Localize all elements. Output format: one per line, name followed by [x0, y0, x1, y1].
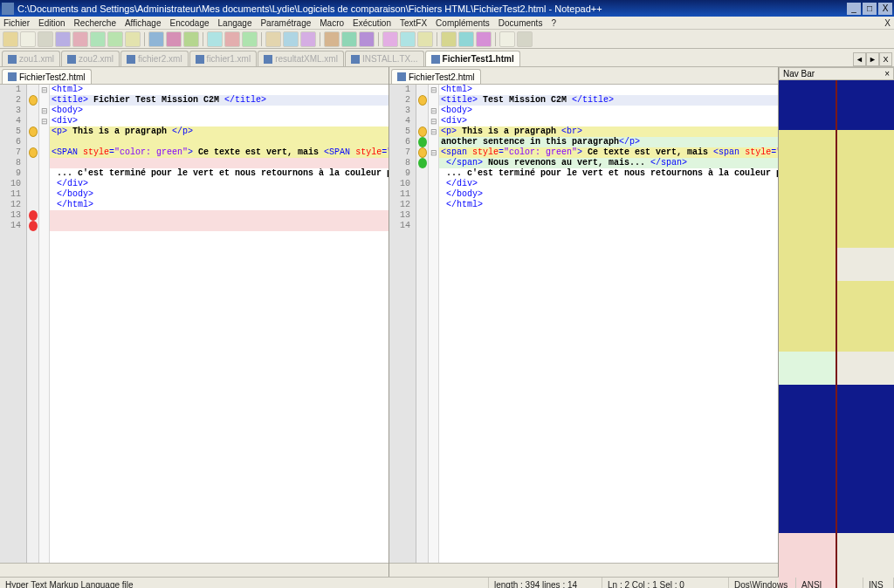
menu-item-langage[interactable]: Langage: [218, 18, 252, 28]
code-line[interactable]: <title> Test Mission C2M </title>: [439, 95, 778, 106]
fold-toggle-icon[interactable]: ⊟: [429, 85, 438, 95]
toolbar-button-19[interactable]: [300, 31, 316, 47]
code-line[interactable]: [439, 210, 778, 221]
menu-item-affichage[interactable]: Affichage: [125, 18, 162, 28]
toolbar-button-11[interactable]: [183, 31, 199, 47]
code-line[interactable]: <html>: [50, 85, 389, 95]
nav-diff-block[interactable]: [779, 297, 836, 352]
code-line[interactable]: another sentence in this paragraph</p>: [439, 137, 778, 147]
toolbar-button-0[interactable]: [3, 31, 18, 47]
toolbar-button-13[interactable]: [207, 31, 223, 47]
tab-zou1-xml[interactable]: zou1.xml: [2, 51, 60, 66]
left-pane-tab[interactable]: FichierTest2.html: [2, 69, 92, 84]
window-minimize-button[interactable]: _: [847, 3, 861, 15]
toolbar-button-18[interactable]: [283, 31, 299, 47]
menu-item-compléments[interactable]: Compléments: [436, 18, 490, 28]
code-area[interactable]: <html><title> Fichier Test Mission C2M <…: [50, 85, 389, 563]
toolbar-button-3[interactable]: [55, 31, 71, 47]
code-line[interactable]: <p> This is a pragraph </p>: [50, 126, 389, 137]
window-close-button[interactable]: X: [878, 3, 892, 15]
code-line[interactable]: </body>: [50, 189, 389, 200]
toolbar-button-10[interactable]: [166, 31, 182, 47]
tab-fichier1-xml[interactable]: fichier1.xml: [189, 51, 258, 66]
toolbar-button-33[interactable]: [499, 31, 515, 47]
code-line[interactable]: <body>: [439, 106, 778, 116]
fold-toggle-icon[interactable]: ⊟: [39, 116, 49, 126]
code-line[interactable]: [439, 221, 778, 231]
left-editor[interactable]: 1234567891011121314⊟⊟⊟<html><title> Fich…: [0, 85, 389, 563]
toolbar-button-1[interactable]: [20, 31, 36, 47]
tab-fichiertest1-html[interactable]: FichierTest1.html: [425, 51, 520, 66]
code-line[interactable]: <div>: [439, 116, 778, 126]
toolbar-button-25[interactable]: [382, 31, 398, 47]
nav-diff-block[interactable]: [837, 352, 894, 385]
right-editor[interactable]: 1234567891011121314⊟⊟⊟⊟⊟<html><title> Te…: [389, 85, 778, 563]
nav-diff-block[interactable]: [779, 352, 836, 385]
fold-toggle-icon[interactable]: ⊟: [39, 106, 49, 116]
nav-diff-block[interactable]: [779, 130, 836, 248]
code-line[interactable]: ... c'est terminé pour le vert et nous r…: [439, 168, 778, 179]
toolbar-button-34[interactable]: [517, 31, 533, 47]
code-line[interactable]: <div>: [50, 116, 389, 126]
nav-diff-block[interactable]: [837, 281, 894, 297]
nav-bar-close-icon[interactable]: ×: [884, 69, 890, 79]
right-pane-tab[interactable]: FichierTest2.html: [391, 69, 481, 84]
toolbar-button-29[interactable]: [441, 31, 457, 47]
toolbar-button-31[interactable]: [476, 31, 492, 47]
code-line[interactable]: [50, 158, 389, 168]
toolbar-button-14[interactable]: [224, 31, 240, 47]
nav-diff-block[interactable]: [837, 248, 894, 281]
tab-zou2-xml[interactable]: zou2.xml: [61, 51, 120, 66]
menu-item-paramétrage[interactable]: Paramétrage: [260, 18, 311, 28]
code-line[interactable]: </span> Nous revenons au vert, mais... <…: [439, 158, 778, 168]
toolbar-button-26[interactable]: [400, 31, 416, 47]
code-line[interactable]: </html>: [439, 200, 778, 210]
code-line[interactable]: ... c'est terminé pour le vert et nous r…: [50, 168, 389, 179]
menu-item-documents[interactable]: Documents: [499, 18, 543, 28]
toolbar-button-23[interactable]: [359, 31, 375, 47]
menu-item-encodage[interactable]: Encodage: [169, 18, 209, 28]
nav-diff-block[interactable]: [837, 385, 894, 533]
fold-toggle-icon[interactable]: ⊟: [39, 85, 49, 95]
nav-column-right[interactable]: [837, 80, 894, 588]
code-line[interactable]: [50, 137, 389, 147]
tab-fichier2-xml[interactable]: fichier2.xml: [120, 51, 189, 66]
tab-resultatxml-xml[interactable]: resultatXML.xml: [258, 51, 344, 66]
nav-bar-diff-map[interactable]: [779, 80, 894, 588]
toolbar-button-6[interactable]: [107, 31, 123, 47]
code-line[interactable]: </div>: [439, 179, 778, 189]
code-area[interactable]: <html><title> Test Mission C2M </title><…: [439, 85, 778, 563]
toolbar-button-4[interactable]: [72, 31, 88, 47]
fold-toggle-icon[interactable]: ⊟: [429, 116, 438, 126]
toolbar-button-9[interactable]: [148, 31, 164, 47]
nav-diff-block[interactable]: [837, 297, 894, 352]
code-line[interactable]: </body>: [439, 189, 778, 200]
toolbar-button-30[interactable]: [458, 31, 474, 47]
fold-toggle-icon[interactable]: ⊟: [429, 106, 438, 116]
window-maximize-button[interactable]: □: [863, 3, 877, 15]
fold-toggle-icon[interactable]: ⊟: [429, 126, 438, 137]
code-line[interactable]: [50, 221, 389, 231]
nav-diff-block[interactable]: [779, 80, 836, 130]
tab-nav-right[interactable]: ►: [866, 52, 879, 66]
fold-toggle-icon[interactable]: ⊟: [429, 147, 438, 158]
tab-install-tx-[interactable]: INSTALL.TX...: [345, 51, 424, 66]
code-line[interactable]: <p> This is a pragraph <br>: [439, 126, 778, 137]
toolbar-button-22[interactable]: [341, 31, 357, 47]
nav-diff-block[interactable]: [779, 248, 836, 281]
code-line[interactable]: </div>: [50, 179, 389, 189]
toolbar-button-5[interactable]: [90, 31, 106, 47]
code-line[interactable]: <span style="color: green"> Ce texte est…: [439, 147, 778, 158]
code-line[interactable]: <SPAN style="color: green"> Ce texte est…: [50, 147, 389, 158]
code-line[interactable]: [50, 210, 389, 221]
toolbar-button-17[interactable]: [265, 31, 281, 47]
nav-diff-block[interactable]: [779, 385, 836, 533]
menu-item-recherche[interactable]: Recherche: [74, 18, 116, 28]
menubar-close-icon[interactable]: X: [884, 18, 891, 28]
toolbar-button-7[interactable]: [125, 31, 141, 47]
menu-item-macro[interactable]: Macro: [320, 18, 344, 28]
code-line[interactable]: </html>: [50, 200, 389, 210]
toolbar-button-21[interactable]: [324, 31, 340, 47]
nav-diff-block[interactable]: [779, 281, 836, 297]
code-line[interactable]: <html>: [439, 85, 778, 95]
